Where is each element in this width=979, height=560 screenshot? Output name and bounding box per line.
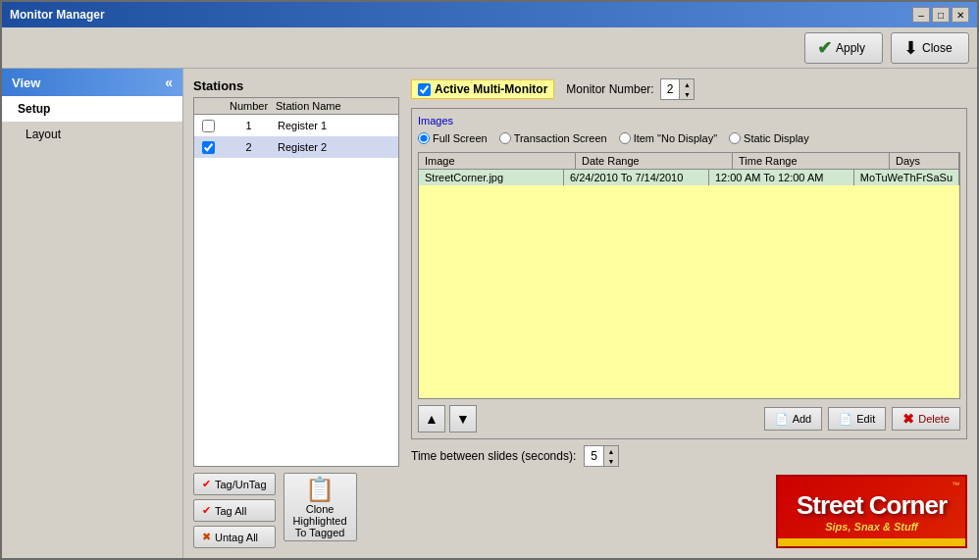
monitor-number-value: 2 (661, 81, 680, 97)
tag-untag-icon: ✔ (202, 478, 211, 490)
row1-number: 1 (222, 120, 276, 131)
row2-name: Register 2 (276, 141, 398, 153)
tag-untag-label: Tag/UnTag (215, 479, 267, 490)
content-area: View « Setup Layout Stations Number (2, 69, 977, 558)
clone-highlighted-button[interactable]: 📋 Clone Highlighted To Tagged (283, 473, 357, 541)
radio-full-screen-label: Full Screen (433, 132, 488, 144)
clone-line1: Clone Highlighted (292, 503, 348, 527)
window-close-button[interactable]: ✕ (952, 7, 969, 23)
add-label: Add (793, 413, 812, 425)
logo-area: Street Corner Sips, Snax & Stuff ™ (411, 475, 967, 548)
main-window: Monitor Manager – □ ✕ ✔ Apply ⬇ Close Vi… (0, 0, 979, 560)
sidebar-item-setup[interactable]: Setup (2, 96, 182, 122)
logo-main-text: Street Corner (797, 490, 947, 521)
logo-sub-text: Sips, Snax & Stuff (825, 521, 918, 533)
stations-buttons-row: ✔ Tag/UnTag ✔ Tag All ✖ Untag All (193, 473, 399, 548)
radio-transaction-screen-input[interactable] (499, 132, 511, 144)
delete-icon: ✖ (902, 411, 914, 427)
apply-icon: ✔ (817, 37, 832, 59)
radio-transaction-screen[interactable]: Transaction Screen (499, 132, 607, 144)
time-between-input[interactable]: 5 ▲ ▼ (584, 445, 619, 467)
images-action-buttons: 📄 Add 📄 Edit ✖ Delete (764, 407, 960, 431)
apply-button[interactable]: ✔ Apply (804, 32, 883, 64)
untag-all-button[interactable]: ✖ Untag All (193, 526, 276, 548)
time-range-cell: 12:00 AM To 12:00 AM (709, 170, 854, 185)
sidebar-item-layout[interactable]: Layout (2, 122, 182, 147)
sidebar-setup-label: Setup (18, 102, 50, 116)
tag-untag-button[interactable]: ✔ Tag/UnTag (193, 473, 276, 495)
top-controls: Active Multi-Monitor Monitor Number: 2 ▲… (411, 78, 967, 100)
tag-all-button[interactable]: ✔ Tag All (193, 499, 276, 522)
clone-icon: 📋 (305, 476, 335, 503)
row2-checkbox[interactable] (202, 141, 215, 154)
images-group: Images Full Screen Transaction Screen (411, 108, 967, 439)
image-col-header: Image (419, 153, 576, 169)
minimize-button[interactable]: – (912, 7, 930, 23)
title-bar-controls: – □ ✕ (912, 7, 969, 23)
image-data-row[interactable]: StreetCorner.jpg 6/24/2010 To 7/14/2010 … (419, 170, 959, 185)
monitor-number-label: Monitor Number: (566, 82, 653, 96)
row1-name: Register 1 (276, 120, 398, 131)
add-icon: 📄 (775, 413, 789, 426)
radio-static-display-label: Static Display (744, 132, 809, 144)
add-image-button[interactable]: 📄 Add (764, 407, 823, 431)
untag-all-label: Untag All (215, 532, 258, 543)
sidebar-header: View « (2, 69, 182, 96)
number-col-header: Number (222, 100, 276, 112)
monitor-number-arrows: ▲ ▼ (679, 79, 694, 99)
time-up-arrow[interactable]: ▲ (604, 446, 618, 456)
active-multi-monitor-label[interactable]: Active Multi-Monitor (411, 79, 554, 99)
date-range-cell: 6/24/2010 To 7/14/2010 (564, 170, 709, 185)
images-table: Image Date Range Time Range Days StreetC… (418, 152, 960, 399)
apply-label: Apply (836, 41, 865, 55)
days-cell: MoTuWeThFrSaSu (854, 170, 959, 185)
table-row[interactable]: 1 Register 1 (194, 115, 398, 136)
days-col-header: Days (890, 153, 959, 169)
radio-full-screen-input[interactable] (418, 132, 430, 144)
monitor-number-input[interactable]: 2 ▲ ▼ (660, 78, 696, 100)
radio-static-display[interactable]: Static Display (729, 132, 809, 144)
row1-check[interactable] (194, 120, 222, 132)
move-down-button[interactable]: ▼ (449, 405, 477, 433)
street-corner-logo: Street Corner Sips, Snax & Stuff ™ (776, 475, 967, 548)
time-between-label: Time between slides (seconds): (411, 449, 576, 463)
sidebar-title: View (12, 76, 40, 90)
stations-panel: Stations Number Station Name 1 R (193, 78, 399, 548)
sidebar-collapse-button[interactable]: « (165, 75, 173, 90)
images-nav-buttons: ▲ ▼ (418, 405, 477, 433)
clone-line2: To Tagged (295, 527, 345, 538)
radio-transaction-screen-label: Transaction Screen (514, 132, 607, 144)
restore-button[interactable]: □ (932, 7, 950, 23)
sidebar-layout-label: Layout (26, 127, 61, 141)
monitor-number-up-arrow[interactable]: ▲ (680, 79, 694, 89)
monitor-number-control: Monitor Number: 2 ▲ ▼ (566, 78, 695, 100)
radio-item-no-display-input[interactable] (619, 132, 631, 144)
radio-item-no-display-label: Item "No Display" (634, 132, 717, 144)
stations-table: Number Station Name 1 Register 1 (193, 97, 399, 467)
station-action-buttons: ✔ Tag/UnTag ✔ Tag All ✖ Untag All (193, 473, 276, 548)
time-between-value: 5 (585, 448, 603, 464)
close-icon: ⬇ (903, 37, 918, 59)
images-table-header: Image Date Range Time Range Days (419, 153, 959, 170)
edit-icon: 📄 (839, 413, 852, 426)
radio-item-no-display[interactable]: Item "No Display" (619, 132, 717, 144)
table-row[interactable]: 2 Register 2 (194, 136, 398, 158)
logo-stripe (778, 538, 965, 546)
time-down-arrow[interactable]: ▼ (604, 456, 618, 466)
monitor-number-down-arrow[interactable]: ▼ (680, 89, 694, 99)
row1-checkbox[interactable] (202, 120, 215, 132)
window-title: Monitor Manager (10, 8, 105, 22)
delete-image-button[interactable]: ✖ Delete (892, 407, 960, 431)
row2-check[interactable] (194, 141, 222, 154)
images-legend: Images (418, 115, 960, 127)
edit-image-button[interactable]: 📄 Edit (828, 407, 886, 431)
images-bottom-bar: ▲ ▼ 📄 Add 📄 Edit (418, 405, 960, 433)
radio-full-screen[interactable]: Full Screen (418, 132, 488, 144)
radio-static-display-input[interactable] (729, 132, 741, 144)
untag-all-icon: ✖ (202, 531, 211, 543)
active-multi-monitor-checkbox[interactable] (418, 83, 431, 96)
image-type-radio-group: Full Screen Transaction Screen Item "No … (418, 132, 960, 144)
close-button[interactable]: ⬇ Close (891, 32, 969, 64)
move-up-button[interactable]: ▲ (418, 405, 445, 433)
check-col-header (194, 100, 222, 112)
